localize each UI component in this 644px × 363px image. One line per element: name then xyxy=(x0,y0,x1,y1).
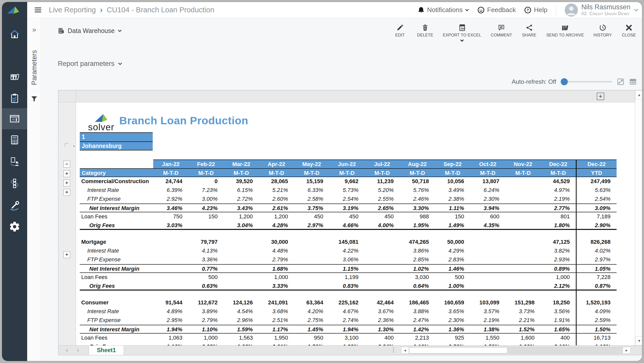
history-button[interactable]: HISTORY xyxy=(593,24,612,42)
sidebar-item-settings[interactable] xyxy=(2,216,27,237)
table-cell xyxy=(294,247,329,255)
branch-name-cell: Johannesburg xyxy=(80,141,153,150)
table-cell xyxy=(259,230,294,238)
page-title: CU104 - Branch Loan Production xyxy=(107,6,214,14)
user-menu[interactable]: Nils Rasmussen 02. Credit Union Demo xyxy=(565,4,638,17)
sidebar-item-tools[interactable] xyxy=(2,196,27,216)
comment-button[interactable]: COMMENT xyxy=(491,24,512,42)
send-to-archive-button[interactable]: SEND TO ARCHIVE xyxy=(546,24,584,42)
table-cell: May-22 xyxy=(294,159,329,168)
table-cell: Loan Fees xyxy=(80,212,153,221)
add-view-button[interactable]: + xyxy=(597,93,604,100)
table-cell: 801 xyxy=(541,212,576,221)
table-cell: 1.65% xyxy=(541,325,576,333)
comment-icon xyxy=(498,24,505,31)
breadcrumb-section[interactable]: Live Reporting xyxy=(49,6,96,14)
report-parameters-toggle[interactable]: Report parameters xyxy=(58,60,122,68)
sidebar-item-home[interactable] xyxy=(2,24,27,45)
tools-icon xyxy=(9,200,20,212)
table-cell: 2.72% xyxy=(224,195,259,204)
table-cell: 0.83% xyxy=(329,282,365,290)
table-row: Net Interest Margin3.46%4.23%3.43%2.61%3… xyxy=(80,204,617,212)
outline-collapse-button[interactable]: − xyxy=(63,161,70,168)
export-to-excel-button[interactable]: X EXPORT TO EXCEL xyxy=(443,24,481,42)
table-cell: 1,520,193 xyxy=(576,298,617,307)
notifications-button[interactable]: Notifications xyxy=(418,6,469,14)
table-cell: 50,000 xyxy=(435,238,470,247)
table-cell: Orig Fees xyxy=(80,342,153,345)
panel-expand-button[interactable]: » xyxy=(27,26,41,34)
filter-funnel-icon[interactable] xyxy=(31,96,37,102)
sidebar-item-archive[interactable] xyxy=(2,67,27,87)
scroll-down-button[interactable]: ▼ xyxy=(635,336,642,345)
table-cell xyxy=(470,238,505,247)
table-cell: 1.06% xyxy=(224,342,259,345)
warehouse-icon xyxy=(58,27,65,34)
resize-report-icon[interactable] xyxy=(617,78,624,86)
table-cell xyxy=(153,265,188,272)
table-cell: 3,100 xyxy=(329,334,365,342)
grid-view-icon[interactable] xyxy=(629,78,637,86)
sheet-nav-prev-icon[interactable]: ‹ xyxy=(62,346,72,355)
table-cell: 4.13% xyxy=(188,247,224,255)
help-button[interactable]: ? Help xyxy=(524,6,547,14)
table-cell xyxy=(505,204,541,212)
table-cell: 3.43% xyxy=(224,204,259,212)
table-cell: 4.67% xyxy=(329,307,365,316)
sheet-tab[interactable]: Sheet1 xyxy=(89,346,124,355)
table-cell: 5.73% xyxy=(329,186,365,195)
table-cell: 1,550 xyxy=(470,334,505,342)
table-cell xyxy=(188,230,224,238)
hamburger-menu-icon[interactable] xyxy=(35,6,42,14)
sidebar-item-live-reporting[interactable] xyxy=(2,108,27,129)
feedback-button[interactable]: Feedback xyxy=(477,6,516,14)
table-cell: 0.91% xyxy=(259,342,294,345)
table-cell: M-T-D xyxy=(259,169,294,177)
table-cell: 2.65% xyxy=(365,204,400,212)
table-cell: 3.68% xyxy=(259,307,294,316)
horizontal-scrollbar[interactable]: ◂ ▸ xyxy=(401,347,631,354)
table-cell xyxy=(505,212,541,221)
close-button[interactable]: CLOSE xyxy=(621,24,636,42)
table-cell: 0.64% xyxy=(400,282,435,290)
table-cell: 4.29% xyxy=(435,247,470,255)
parameters-label[interactable]: Parameters xyxy=(30,50,38,85)
table-cell: 150 xyxy=(188,212,224,221)
table-cell: 9,662 xyxy=(329,177,365,186)
auto-refresh-slider[interactable] xyxy=(561,78,612,86)
table-cell: 1,950 xyxy=(259,334,294,342)
slider-knob[interactable] xyxy=(561,78,568,85)
table-cell: 0.94% xyxy=(365,342,400,345)
data-source-selector[interactable]: Data Warehouse xyxy=(58,27,122,34)
splitter-dots-icon[interactable] xyxy=(393,347,394,352)
edit-button[interactable]: EDIT xyxy=(392,24,408,42)
chevron-down-icon xyxy=(634,9,638,12)
vertical-scrollbar[interactable]: ▲ ▼ xyxy=(635,90,642,345)
table-cell: Apr-22 xyxy=(259,159,294,168)
table-cell: 2.38% xyxy=(435,195,470,204)
chevron-down-icon xyxy=(465,9,469,11)
share-button[interactable]: SHARE xyxy=(522,24,537,42)
table-cell: 2.83% xyxy=(435,255,470,264)
sidebar-item-data-sync[interactable] xyxy=(2,151,27,172)
outline-expand-button[interactable]: + xyxy=(63,170,70,177)
table-cell: Orig Fees xyxy=(80,221,153,229)
outline-expand-button[interactable]: + xyxy=(63,189,70,196)
outline-expand-button[interactable]: + xyxy=(63,180,70,186)
table-cell xyxy=(294,265,329,272)
outline-expand-button[interactable]: + xyxy=(63,251,70,258)
scroll-right-button[interactable]: ▸ xyxy=(623,347,631,354)
scroll-up-button[interactable]: ▲ xyxy=(635,90,642,99)
horizontal-scroll-thumb[interactable] xyxy=(409,347,507,353)
table-cell: 2.74% xyxy=(329,316,365,325)
sidebar-item-budgeting[interactable] xyxy=(2,130,27,150)
share-icon xyxy=(526,24,533,31)
sheet-nav-next-icon[interactable]: › xyxy=(73,346,83,355)
history-clock-icon xyxy=(599,24,606,31)
table-cell: Jul-22 xyxy=(365,159,400,168)
table-cell: M-T-D xyxy=(365,169,400,177)
sidebar-item-integrations[interactable] xyxy=(2,173,27,194)
sidebar-item-tasks[interactable] xyxy=(2,88,27,109)
delete-button[interactable]: DELETE xyxy=(417,24,433,42)
scroll-left-button[interactable]: ◂ xyxy=(401,347,409,354)
